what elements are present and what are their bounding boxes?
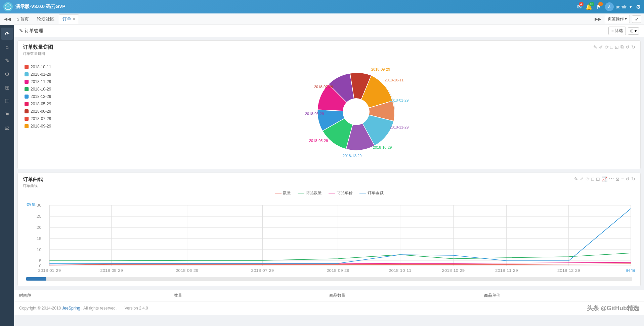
- footer-link[interactable]: JeeSpring: [62, 306, 80, 311]
- legend-color-dot: [25, 109, 29, 113]
- svg-text:5: 5: [39, 259, 42, 263]
- pie-chart-toolbar: ✎ ✐ ⟳ □ ⊡ ⧉ ↺ ↻: [593, 44, 635, 50]
- grid-view-button[interactable]: ⊞ ▾: [628, 27, 639, 35]
- legend-label: 订单金额: [368, 190, 384, 196]
- table-col-qty: 数量: [174, 293, 329, 298]
- sidebar-icon-balance[interactable]: ⚖: [1, 122, 13, 134]
- line-list-icon[interactable]: ≡: [621, 176, 624, 182]
- chevron-down-icon: ▾: [630, 4, 632, 9]
- line-undo-icon[interactable]: ↺: [626, 176, 630, 182]
- tab-forum[interactable]: 论坛社区: [33, 14, 58, 24]
- list-item: 2018-10-29: [25, 87, 68, 92]
- filter-button[interactable]: ≡ 筛选: [608, 27, 626, 35]
- main-content: ✎ 订单管理 ≡ 筛选 ⊞ ▾ 订单数量饼图 订单数量饼图 ✎ ✐ ⟳: [14, 25, 644, 326]
- copyright-end: . All rights reserved.: [81, 306, 117, 311]
- flag-icon[interactable]: ⚑ 9: [596, 4, 601, 10]
- line-redo-icon[interactable]: ↻: [631, 176, 635, 182]
- line-goods-qty: [49, 253, 631, 261]
- legend-label: 2018-11-29: [31, 79, 51, 84]
- svg-text:10: 10: [37, 248, 42, 252]
- admin-name: admin: [616, 4, 628, 9]
- admin-area[interactable]: A admin ▾: [605, 2, 632, 11]
- pie-label-dec29: 2018-12-29: [343, 154, 361, 158]
- svg-text:2018-11-29: 2018-11-29: [495, 269, 518, 273]
- svg-text:2018-01-29: 2018-01-29: [38, 269, 61, 273]
- svg-text:数量: 数量: [27, 203, 36, 207]
- legend-label: 商品数量: [306, 190, 322, 196]
- expand-button[interactable]: ⤢: [632, 15, 641, 23]
- svg-text:2018-10-29: 2018-10-29: [442, 269, 465, 273]
- pie-pen-icon[interactable]: ✐: [599, 44, 603, 50]
- tab-order[interactable]: 订单 ✕: [59, 14, 79, 24]
- sidebar-icon-home[interactable]: ⌂: [1, 41, 13, 53]
- legend-label: 2018-10-11: [31, 65, 51, 69]
- mail-icon[interactable]: ✉ 4: [577, 4, 582, 10]
- copyright-text: Copyright © 2014-2018 JeeSpring . All ri…: [19, 306, 148, 311]
- list-item: 2018-11-29: [25, 79, 68, 84]
- page-ops-button[interactable]: 页签操作 ▾: [605, 15, 630, 23]
- svg-text:20: 20: [37, 226, 42, 229]
- line-area-icon[interactable]: 〰: [609, 176, 614, 182]
- pie-label-nov29: 2018-11-29: [390, 125, 409, 129]
- legend-label: 2018-07-29: [31, 116, 51, 121]
- sidebar: ⟳ ⌂ ✎ ⚙ ⊞ ☐ ⚑ ⚖: [0, 25, 14, 326]
- tab-right: ▶▶ 页签操作 ▾ ⤢: [593, 15, 641, 23]
- line-table-icon[interactable]: □: [591, 176, 594, 182]
- pie-label-jan29: 2018-01-29: [390, 98, 409, 102]
- logo-icon: ☰: [3, 2, 13, 11]
- line-chart-section: 订单曲线 订单曲线 ✎ ✐ ⟳ □ ⊡ 📈 〰 ⊠ ≡ ↺ ↻: [17, 173, 641, 286]
- svg-text:30: 30: [37, 204, 42, 207]
- legend-label: 2018-05-29: [31, 102, 51, 106]
- svg-text:2018-06-29: 2018-06-29: [176, 269, 199, 273]
- line-refresh-icon[interactable]: ⟳: [586, 176, 590, 182]
- mail-badge: 4: [579, 2, 584, 6]
- line-col-icon[interactable]: ⊠: [615, 176, 619, 182]
- table-col-goods-price: 商品单价: [484, 293, 639, 298]
- pie-redo-icon[interactable]: ↻: [631, 44, 635, 50]
- version-text: Version 2.4.0: [125, 306, 148, 311]
- main-layout: ⟳ ⌂ ✎ ⚙ ⊞ ☐ ⚑ ⚖ ✎ 订单管理 ≡ 筛选 ⊞ ▾ 订单数量饼图: [0, 25, 644, 326]
- sidebar-icon-refresh[interactable]: ⟳: [1, 28, 13, 40]
- pie-undo-icon[interactable]: ↺: [626, 44, 630, 50]
- pie-label-sep29: 2018-09-29: [371, 67, 390, 71]
- chart-scrollbar[interactable]: [26, 277, 632, 281]
- line-pen-icon[interactable]: ✐: [580, 176, 584, 182]
- tab-forward-button[interactable]: ▶▶: [593, 16, 603, 22]
- list-item: 订单金额: [359, 190, 384, 196]
- list-item: 2018-09-29: [25, 124, 68, 129]
- sidebar-icon-flag[interactable]: ⚑: [1, 108, 13, 120]
- pie-chart-header: 订单数量饼图 订单数量饼图 ✎ ✐ ⟳ □ ⊡ ⧉ ↺ ↻: [18, 41, 640, 58]
- svg-text:2018-07-29: 2018-07-29: [251, 269, 274, 273]
- line-bar-icon[interactable]: ⊡: [596, 176, 600, 182]
- pie-chart-svg: 2018-09-29 2018-10-11 2018-01-29 2018-11…: [302, 61, 410, 162]
- page-header: ✎ 订单管理 ≡ 筛选 ⊞ ▾: [14, 25, 644, 37]
- settings-icon[interactable]: ⚙: [636, 4, 641, 10]
- pie-label-oct29: 2018-10-29: [373, 145, 392, 149]
- sidebar-icon-grid[interactable]: ⊞: [1, 81, 13, 94]
- pie-area: 2018-10-11 2018-01-29 2018-11-29 2018-10…: [18, 58, 640, 169]
- line-chart-icon[interactable]: 📈: [602, 176, 607, 182]
- sidebar-icon-monitor[interactable]: ☐: [1, 95, 13, 107]
- pie-copy-icon[interactable]: ⧉: [620, 44, 624, 50]
- pie-square-icon[interactable]: □: [610, 44, 613, 50]
- legend-color-dot: [25, 102, 29, 106]
- list-item: 2018-10-11: [25, 65, 68, 69]
- sidebar-icon-settings[interactable]: ⚙: [1, 68, 13, 80]
- list-item: 商品数量: [298, 190, 322, 196]
- copyright-start: Copyright © 2014-2018: [19, 306, 62, 311]
- legend-line-dot: [359, 193, 366, 193]
- tab-home[interactable]: ⌂ 首页: [13, 14, 33, 24]
- legend-color-dot: [25, 117, 29, 121]
- sidebar-icon-edit[interactable]: ✎: [1, 55, 13, 67]
- pie-fullscreen-icon[interactable]: ⊡: [615, 44, 619, 50]
- tab-close-icon[interactable]: ✕: [73, 17, 75, 21]
- line-edit-icon[interactable]: ✎: [574, 176, 578, 182]
- tab-back-button[interactable]: ◀◀: [3, 16, 12, 22]
- scrollbar-thumb[interactable]: [26, 277, 46, 281]
- pie-chart-container: 2018-09-29 2018-10-11 2018-01-29 2018-11…: [78, 61, 634, 162]
- bell-icon[interactable]: 🔔 10: [586, 4, 592, 10]
- pie-refresh-icon[interactable]: ⟳: [605, 44, 609, 50]
- pie-edit-icon[interactable]: ✎: [593, 44, 597, 50]
- header-right-actions: ✉ 4 🔔 10 ⚑ 9 A admin ▾ ⚙: [577, 2, 641, 11]
- pie-label-jul29: 2018-07-29: [314, 85, 333, 89]
